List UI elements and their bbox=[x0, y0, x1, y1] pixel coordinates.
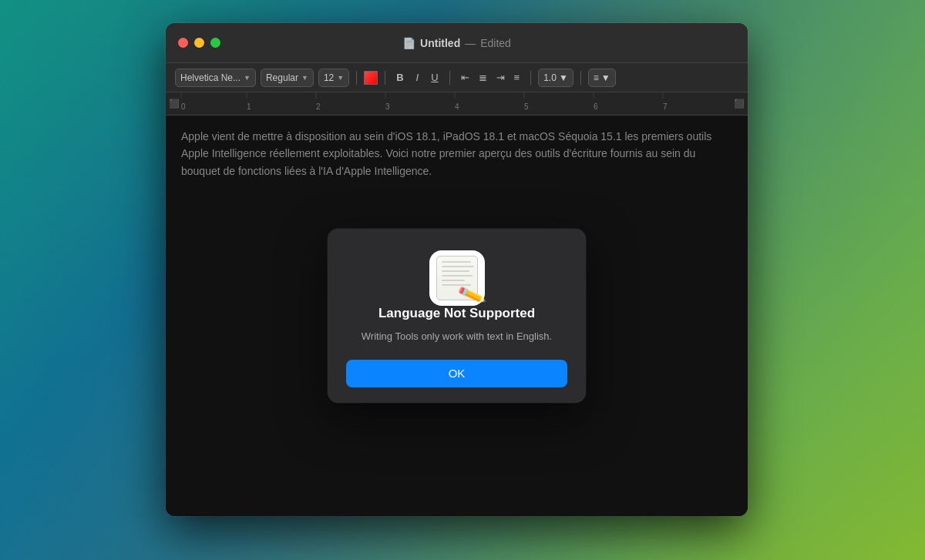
font-style-chevron-icon: ▼ bbox=[301, 74, 308, 82]
font-style-selector[interactable]: Regular ▼ bbox=[261, 69, 314, 87]
list-style-button[interactable]: ≡ ▼ bbox=[588, 69, 616, 87]
window-controls bbox=[178, 38, 220, 48]
title-separator: — bbox=[465, 37, 476, 49]
ruler-ticks-svg: 0 1 2 3 4 5 6 7 bbox=[166, 92, 748, 115]
title-bar: 📄 Untitled — Edited bbox=[166, 23, 748, 63]
alert-dialog: ✏️ Language Not Supported Writing Tools … bbox=[328, 229, 586, 403]
font-size-label: 12 bbox=[324, 72, 334, 83]
list-style-icon: ≡ bbox=[594, 72, 599, 83]
font-size-chevron-icon: ▼ bbox=[337, 74, 344, 82]
dialog-app-icon: ✏️ bbox=[429, 250, 485, 306]
toolbar-divider-5 bbox=[580, 71, 581, 85]
toolbar-divider-4 bbox=[530, 71, 531, 85]
font-family-label: Helvetica Ne... bbox=[180, 72, 240, 83]
maximize-button[interactable] bbox=[210, 38, 220, 48]
app-window: 📄 Untitled — Edited Helvetica Ne... ▼ Re… bbox=[166, 23, 748, 516]
dialog-message: Writing Tools only work with text in Eng… bbox=[362, 329, 552, 344]
toolbar-divider-2 bbox=[385, 71, 385, 85]
svg-text:6: 6 bbox=[594, 102, 598, 111]
font-size-selector[interactable]: 12 ▼ bbox=[318, 69, 349, 87]
window-title-area: 📄 Untitled — Edited bbox=[402, 37, 511, 49]
italic-button[interactable]: I bbox=[412, 69, 423, 86]
align-center-button[interactable]: ≣ bbox=[475, 69, 491, 86]
dialog-ok-button[interactable]: OK bbox=[346, 360, 567, 387]
svg-text:5: 5 bbox=[524, 102, 529, 111]
ruler-right-icon: ⬛ bbox=[734, 99, 745, 109]
line-spacing-selector[interactable]: 1.0 ▼ bbox=[538, 69, 574, 87]
document-title: Untitled bbox=[420, 37, 460, 49]
toolbar-divider-3 bbox=[449, 71, 450, 85]
document-content-area[interactable]: Apple vient de mettre à disposition au s… bbox=[166, 116, 748, 516]
font-style-label: Regular bbox=[266, 72, 298, 83]
list-style-chevron-icon: ▼ bbox=[601, 72, 610, 83]
document-ruler: ⬛ 0 1 2 3 4 5 6 7 ⬛ bbox=[166, 92, 748, 116]
document-edited-label: Edited bbox=[480, 37, 511, 49]
svg-text:7: 7 bbox=[663, 102, 668, 111]
align-justify-button[interactable]: ≡ bbox=[510, 69, 524, 86]
dialog-overlay: ✏️ Language Not Supported Writing Tools … bbox=[166, 116, 748, 516]
svg-text:4: 4 bbox=[455, 102, 459, 111]
svg-text:0: 0 bbox=[181, 102, 186, 111]
align-left-button[interactable]: ⇤ bbox=[457, 69, 473, 86]
line-spacing-label: 1.0 bbox=[543, 72, 557, 83]
underline-button[interactable]: U bbox=[427, 69, 442, 86]
alignment-group: ⇤ ≣ ⇥ ≡ bbox=[457, 69, 524, 86]
font-family-selector[interactable]: Helvetica Ne... ▼ bbox=[175, 69, 256, 87]
dialog-title: Language Not Supported bbox=[378, 306, 535, 321]
formatting-toolbar: Helvetica Ne... ▼ Regular ▼ 12 ▼ B I U ⇤… bbox=[166, 63, 748, 92]
bold-button[interactable]: B bbox=[392, 69, 407, 86]
svg-text:1: 1 bbox=[247, 102, 251, 111]
svg-text:2: 2 bbox=[316, 102, 321, 111]
font-family-chevron-icon: ▼ bbox=[244, 74, 251, 82]
toolbar-divider-1 bbox=[356, 71, 357, 85]
line-spacing-chevron-icon: ▼ bbox=[559, 72, 568, 83]
text-color-button[interactable] bbox=[364, 71, 378, 85]
minimize-button[interactable] bbox=[194, 38, 204, 48]
document-icon: 📄 bbox=[402, 37, 415, 49]
svg-text:3: 3 bbox=[385, 102, 390, 111]
align-right-button[interactable]: ⇥ bbox=[493, 69, 509, 86]
close-button[interactable] bbox=[178, 38, 188, 48]
